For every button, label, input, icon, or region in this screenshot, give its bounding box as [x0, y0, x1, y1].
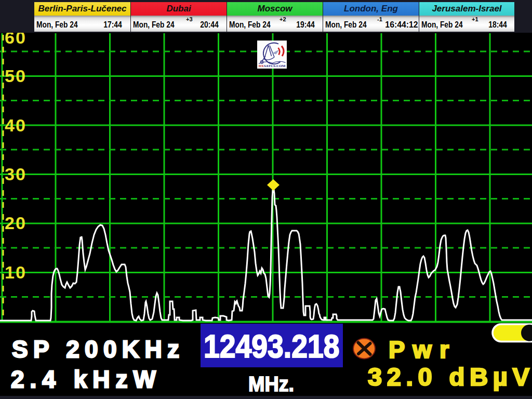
svg-text:20: 20: [5, 213, 26, 233]
svg-text:DXSATCS.COM: DXSATCS.COM: [259, 64, 286, 68]
svg-text:40: 40: [5, 115, 26, 135]
svg-text:30: 30: [5, 164, 26, 184]
svg-text:10: 10: [5, 262, 26, 282]
svg-text:50: 50: [5, 66, 26, 86]
